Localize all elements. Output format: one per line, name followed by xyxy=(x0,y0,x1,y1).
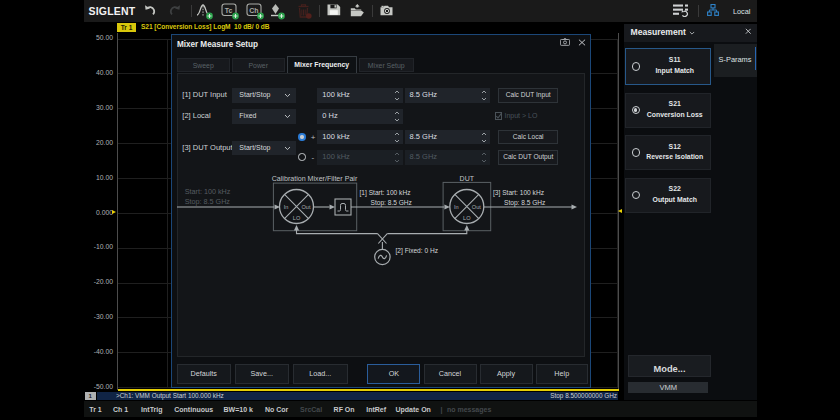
svg-text:[2] Fixed: 0 Hz: [2] Fixed: 0 Hz xyxy=(395,247,438,255)
svg-text:Calibration Mixer/Filter Pair: Calibration Mixer/Filter Pair xyxy=(271,175,357,183)
svg-text:Ch: Ch xyxy=(249,7,258,14)
svg-text:LO: LO xyxy=(292,215,300,221)
svg-text:Start: 100 kHz: Start: 100 kHz xyxy=(184,187,230,196)
svg-text:In: In xyxy=(283,204,288,210)
svg-text:DUT: DUT xyxy=(459,175,474,182)
svg-text:Out: Out xyxy=(471,204,480,210)
svg-text:Stop: 8.5 GHz: Stop: 8.5 GHz xyxy=(504,199,545,207)
svg-text:Tc: Tc xyxy=(225,7,233,14)
svg-text:Out: Out xyxy=(301,204,310,210)
svg-text:Stop: 8.5 GHz: Stop: 8.5 GHz xyxy=(370,199,411,207)
svg-text:In: In xyxy=(453,204,458,210)
svg-text:LO: LO xyxy=(463,215,471,221)
svg-text:Stop: 8.5 GHz: Stop: 8.5 GHz xyxy=(184,197,230,206)
svg-text:[1] Start: 100 kHz: [1] Start: 100 kHz xyxy=(359,189,410,197)
svg-text:[3] Start: 100 kHz: [3] Start: 100 kHz xyxy=(493,189,544,197)
